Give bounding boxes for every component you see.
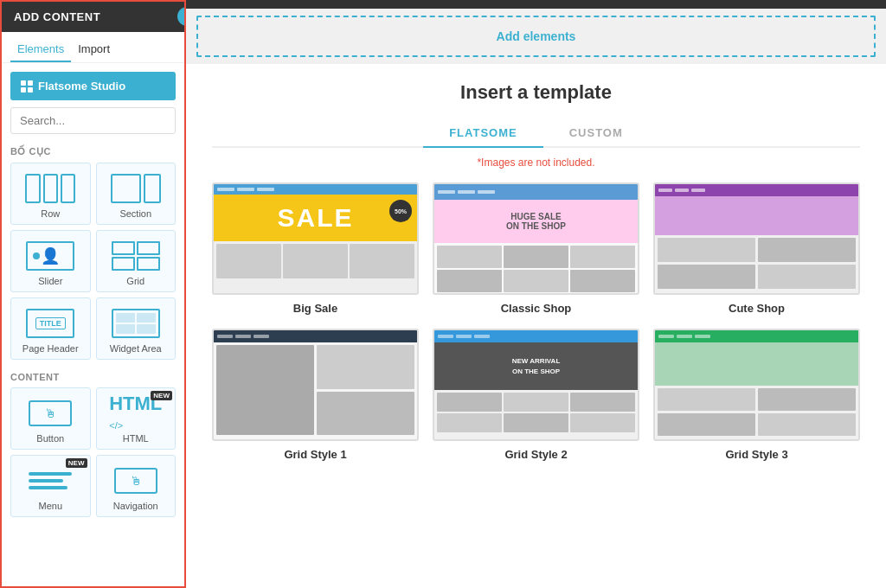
template-thumb-big-sale: SALE 50% xyxy=(212,182,419,295)
panel-header: ADD CONTENT xyxy=(2,2,184,32)
menu-icon xyxy=(24,464,76,497)
template-area: Insert a template FLATSOME CUSTOM *Image… xyxy=(186,64,886,588)
tab-flatsome[interactable]: FLATSOME xyxy=(423,119,543,148)
template-grid-style-2[interactable]: NEW ARRIVALON THE SHOP Grid Style 2 xyxy=(433,329,639,461)
button-label: Button xyxy=(36,433,64,444)
grid-label: Grid xyxy=(126,276,144,286)
template-thumb-grid-style-2: NEW ARRIVALON THE SHOP xyxy=(433,329,639,441)
navigation-label: Navigation xyxy=(113,501,158,511)
add-elements-bar[interactable]: Add elements xyxy=(196,16,876,57)
templates-grid: SALE 50% Big Sale HUGE SALEON THE xyxy=(212,182,860,461)
slider-label: Slider xyxy=(38,276,62,286)
template-thumb-grid-style-1 xyxy=(212,329,419,441)
button-icon: 🖱 xyxy=(24,397,76,430)
content-section-label: CONTENT xyxy=(2,368,184,387)
template-name-grid-style-1: Grid Style 1 xyxy=(284,448,346,461)
template-grid-style-1[interactable]: Grid Style 1 xyxy=(212,329,419,461)
template-name-big-sale: Big Sale xyxy=(293,302,337,315)
menu-element[interactable]: NEW Menu xyxy=(10,455,91,517)
search-input[interactable] xyxy=(10,107,176,134)
section-element[interactable]: Section xyxy=(96,163,177,225)
button-element[interactable]: 🖱 Button xyxy=(10,387,91,450)
navigation-icon: 🖱 xyxy=(110,464,162,497)
template-name-grid-style-2: Grid Style 2 xyxy=(504,448,567,461)
grid-element[interactable]: Grid xyxy=(96,230,177,292)
search-box xyxy=(10,107,176,134)
row-element[interactable]: Row xyxy=(10,163,91,225)
row-label: Row xyxy=(41,208,60,219)
html-new-badge: NEW xyxy=(151,391,172,400)
layout-elements-grid: Row Section 👤 Slider xyxy=(2,163,184,368)
page-header-label: Page Header xyxy=(22,343,79,354)
left-panel: ADD CONTENT × Elements Import Flatsome S… xyxy=(0,0,186,588)
navigation-element[interactable]: 🖱 Navigation xyxy=(96,455,177,517)
template-thumb-grid-style-3 xyxy=(653,329,860,441)
template-thumb-cute-shop xyxy=(653,182,860,295)
template-name-grid-style-3: Grid Style 3 xyxy=(725,448,787,461)
menu-label: Menu xyxy=(38,501,62,511)
template-title: Insert a template xyxy=(212,81,860,104)
template-name-classic-shop: Classic Shop xyxy=(501,302,572,315)
template-name-cute-shop: Cute Shop xyxy=(729,302,785,315)
layout-section-label: BỐ CỤC xyxy=(2,143,184,163)
grid-icon xyxy=(21,80,33,93)
template-cute-shop[interactable]: Cute Shop xyxy=(653,182,860,315)
grid-element-icon xyxy=(110,240,162,272)
page-header-icon: TITLE xyxy=(24,307,76,340)
slider-element[interactable]: 👤 Slider xyxy=(10,230,91,292)
section-icon xyxy=(110,172,162,205)
widget-label: Widget Area xyxy=(110,343,162,354)
html-label: HTML xyxy=(123,433,149,444)
content-elements-grid: 🖱 Button NEW HTML</> HTML NEW Menu xyxy=(2,387,184,526)
template-grid-style-3[interactable]: Grid Style 3 xyxy=(653,329,860,461)
panel-tabs: Elements Import xyxy=(2,32,184,63)
right-panel: Add elements Insert a template FLATSOME … xyxy=(186,0,886,588)
html-icon: HTML</> xyxy=(110,397,162,430)
widget-icon xyxy=(110,307,162,340)
template-tabs: FLATSOME CUSTOM xyxy=(212,119,860,148)
tab-import[interactable]: Import xyxy=(71,39,117,62)
top-bar xyxy=(186,0,886,9)
tab-custom[interactable]: CUSTOM xyxy=(543,119,649,146)
page-header-element[interactable]: TITLE Page Header xyxy=(10,297,91,360)
slider-icon: 👤 xyxy=(24,240,76,272)
template-classic-shop[interactable]: HUGE SALEON THE SHOP Classic Shop xyxy=(433,182,639,315)
widget-area-element[interactable]: Widget Area xyxy=(96,297,177,360)
row-icon xyxy=(24,172,76,205)
no-images-note: *Images are not included. xyxy=(212,157,860,169)
panel-title: ADD CONTENT xyxy=(14,10,100,23)
template-big-sale[interactable]: SALE 50% Big Sale xyxy=(212,182,419,315)
html-element[interactable]: NEW HTML</> HTML xyxy=(96,387,177,450)
add-elements-label: Add elements xyxy=(497,29,576,43)
menu-new-badge: NEW xyxy=(66,458,87,468)
flatsome-studio-button[interactable]: Flatsome Studio xyxy=(10,72,176,100)
template-thumb-classic-shop: HUGE SALEON THE SHOP xyxy=(433,182,639,295)
tab-elements[interactable]: Elements xyxy=(10,39,71,62)
section-label: Section xyxy=(119,208,151,219)
